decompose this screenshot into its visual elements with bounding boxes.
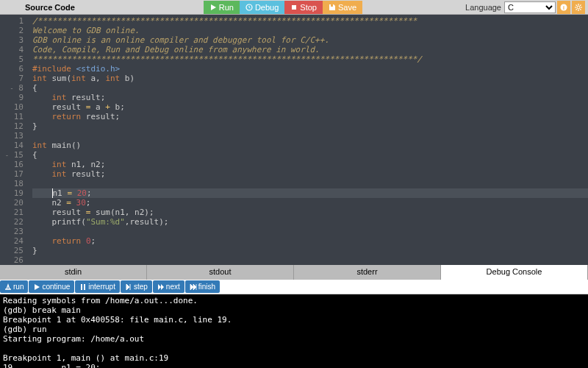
- save-icon: [329, 4, 336, 11]
- dbg-finish-button[interactable]: finish: [185, 280, 220, 293]
- stop-button[interactable]: Stop: [284, 1, 323, 14]
- svg-point-4: [577, 6, 580, 9]
- gear-icon: [575, 4, 582, 11]
- dbg-run-button[interactable]: run: [0, 280, 28, 293]
- dbg-interrupt-button[interactable]: interrupt: [75, 280, 120, 293]
- save-button[interactable]: Save: [323, 1, 362, 14]
- source-code-title: Source Code: [25, 3, 75, 12]
- step-icon: [125, 283, 132, 291]
- svg-text:i: i: [563, 5, 564, 10]
- line-gutter: 1234567- 891011121314- 15161718192021222…: [0, 15, 28, 265]
- code-editor[interactable]: 1234567- 891011121314- 15161718192021222…: [0, 15, 588, 265]
- stop-icon: [290, 4, 298, 11]
- debug-console-output[interactable]: Reading symbols from /home/a.out...done.…: [0, 294, 588, 368]
- clock-icon: [245, 4, 253, 11]
- svg-rect-1: [292, 5, 296, 10]
- settings-button[interactable]: [572, 1, 585, 14]
- next-icon: [157, 283, 165, 291]
- play-icon: [209, 4, 217, 11]
- language-select[interactable]: C: [504, 1, 556, 13]
- dbg-step-button[interactable]: step: [121, 280, 152, 293]
- dbg-continue-button[interactable]: continue: [29, 280, 74, 293]
- pause-icon: [79, 283, 87, 291]
- language-label: Language: [465, 3, 501, 12]
- dbg-next-button[interactable]: next: [153, 280, 184, 293]
- info-icon: i: [560, 4, 567, 11]
- tab-stderr[interactable]: stderr: [294, 265, 441, 280]
- code-area[interactable]: /***************************************…: [28, 15, 588, 265]
- continue-icon: [33, 283, 40, 291]
- svg-rect-6: [84, 284, 85, 290]
- tab-debug-console[interactable]: Debug Console: [441, 265, 588, 280]
- svg-rect-5: [81, 284, 82, 290]
- debug-toolbar: run continue interrupt step next finish: [0, 280, 588, 294]
- output-tabs: stdin stdout stderr Debug Console: [0, 265, 588, 280]
- info-button[interactable]: i: [557, 1, 570, 14]
- tab-stdin[interactable]: stdin: [0, 265, 147, 280]
- run-button[interactable]: Run: [204, 1, 240, 14]
- run-icon: [4, 283, 12, 291]
- debug-button[interactable]: Debug: [240, 1, 284, 14]
- toolbar: Source Code Run Debug Stop Save Language…: [0, 0, 588, 15]
- finish-icon: [190, 283, 197, 291]
- tab-stdout[interactable]: stdout: [147, 265, 294, 280]
